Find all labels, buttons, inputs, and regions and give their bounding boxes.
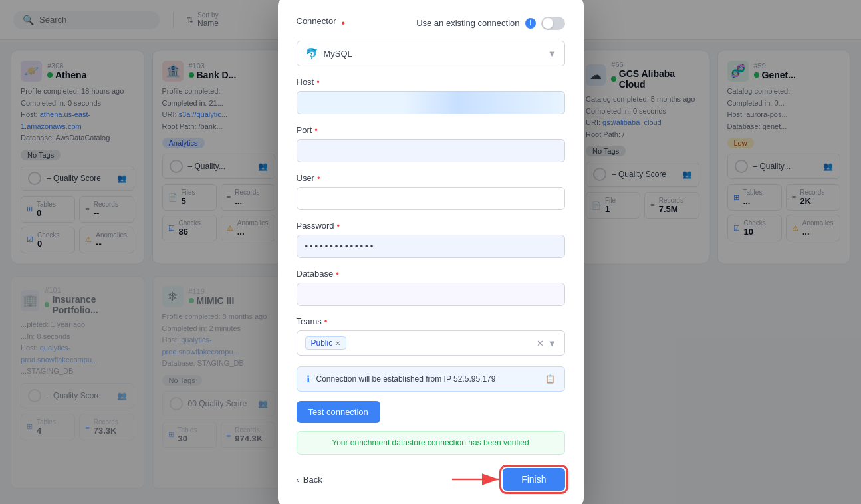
teams-clear-button[interactable]: ✕	[537, 338, 544, 348]
connector-label: Connector	[297, 16, 336, 26]
ip-info-box: ℹ Connection will be established from IP…	[297, 366, 565, 392]
connector-chevron-icon: ▼	[548, 49, 556, 59]
info-icon[interactable]: i	[525, 18, 536, 29]
teams-group: Teams • Public ✕ ✕ ▼	[297, 316, 565, 356]
finish-arrow	[452, 469, 505, 489]
test-connection-label: Test connection	[308, 407, 368, 417]
host-label: Host	[297, 77, 314, 87]
remove-public-tag[interactable]: ✕	[335, 340, 340, 347]
port-input[interactable]	[297, 139, 565, 162]
host-group: Host •	[297, 77, 565, 114]
back-chevron-icon: ‹	[297, 475, 299, 485]
database-input[interactable]	[297, 283, 565, 306]
database-required: •	[336, 269, 339, 279]
teams-dropdown-button[interactable]: ▼	[548, 338, 556, 348]
teams-required: •	[324, 316, 328, 326]
password-input[interactable]	[297, 235, 565, 258]
mysql-connection-modal: Connector • Use an existing connection i…	[278, 0, 584, 504]
finish-label: Finish	[521, 474, 546, 485]
user-required: •	[317, 173, 320, 183]
database-label: Database	[297, 269, 334, 279]
public-tag-label: Public	[311, 338, 333, 348]
modal-overlay: Connector • Use an existing connection i…	[0, 0, 861, 504]
info-circle-icon: ℹ	[307, 374, 310, 384]
password-required: •	[337, 221, 340, 231]
port-group: Port •	[297, 125, 565, 162]
password-group: Password •	[297, 221, 565, 258]
finish-button[interactable]: Finish	[503, 468, 564, 491]
success-text: Your enrichment datastore connection has…	[332, 438, 529, 447]
ip-info-text: Connection will be established from IP 5…	[316, 374, 496, 384]
database-group: Database •	[297, 269, 565, 306]
host-input[interactable]	[297, 91, 565, 114]
public-tag: Public ✕	[305, 336, 347, 350]
teams-label: Teams	[297, 316, 322, 326]
back-button[interactable]: ‹ Back	[297, 475, 322, 485]
connector-select-group: 🐬 MySQL ▼	[297, 41, 565, 66]
test-connection-button[interactable]: Test connection	[297, 401, 380, 423]
use-existing-toggle[interactable]	[541, 17, 565, 30]
connector-required: •	[341, 17, 345, 29]
modal-footer: ‹ Back Finish	[297, 465, 565, 491]
connector-row: Connector • Use an existing connection i	[297, 16, 565, 30]
teams-input[interactable]: Public ✕ ✕ ▼	[297, 330, 565, 356]
copy-icon[interactable]: 📋	[545, 374, 555, 384]
back-label: Back	[303, 475, 322, 485]
connector-value: MySQL	[324, 49, 352, 59]
connector-select[interactable]: 🐬 MySQL ▼	[297, 41, 565, 66]
port-required: •	[314, 125, 318, 135]
success-message: Your enrichment datastore connection has…	[297, 431, 565, 455]
user-input[interactable]	[297, 187, 565, 210]
use-existing-label: Use an existing connection	[416, 18, 519, 28]
mysql-icon: 🐬	[305, 47, 318, 60]
password-label: Password	[297, 221, 334, 231]
host-required: •	[316, 77, 320, 87]
user-group: User •	[297, 173, 565, 210]
user-label: User	[297, 173, 314, 183]
port-label: Port	[297, 125, 312, 135]
